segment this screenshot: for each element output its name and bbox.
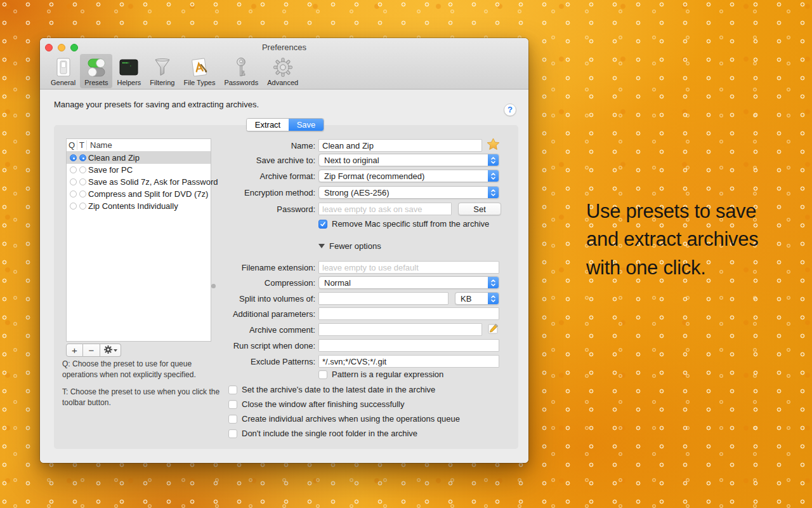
option-row: Create individual archives when using th…	[228, 414, 460, 424]
run-script-label: Run script when done:	[40, 341, 315, 351]
password-row: Password: Set	[40, 203, 501, 215]
popup-arrows-icon	[488, 293, 499, 304]
name-row: Name:	[40, 138, 500, 153]
toolbar-label: Passwords	[224, 79, 258, 86]
remove-mac-checkbox[interactable]	[318, 220, 327, 229]
save-to-row: Save archive to: Next to original	[40, 154, 499, 166]
option-label: Don't include the single root folder in …	[242, 429, 417, 438]
name-label: Name:	[40, 141, 315, 150]
favorite-star-icon[interactable]	[487, 138, 500, 153]
title-bar[interactable]: Preferences	[40, 38, 528, 56]
save-to-popup[interactable]: Next to original	[318, 154, 499, 166]
option-label: Set the archive's date to the latest dat…	[242, 385, 435, 394]
split-row: Split into volumes of: KB	[40, 292, 499, 305]
key-icon	[235, 57, 247, 77]
pattern-regex-label: Pattern is a regular expression	[332, 370, 443, 379]
archive-date-checkbox[interactable]	[228, 385, 237, 394]
popup-arrows-icon	[488, 277, 499, 288]
toolbar-item-passwords[interactable]: Passwords	[219, 54, 263, 88]
option-row: Close the window after finishing success…	[228, 399, 405, 409]
toolbar-item-presets[interactable]: Presets	[80, 54, 112, 88]
save-to-label: Save archive to:	[40, 156, 315, 165]
tab-save[interactable]: Save	[289, 119, 324, 131]
pane-description: Manage your presets for saving and extra…	[54, 100, 259, 109]
toolbar-item-helpers[interactable]: Helpers	[112, 54, 145, 88]
format-value: Zip Format (recommended)	[319, 171, 488, 181]
compression-row: Compression: Normal	[40, 276, 499, 289]
preferences-content: Manage your presets for saving and extra…	[40, 90, 528, 463]
toolbar-item-advanced[interactable]: Advanced	[263, 54, 303, 88]
encryption-label: Encryption method:	[40, 188, 315, 197]
fewer-options-label: Fewer options	[329, 241, 381, 251]
extract-save-segmented-control: Extract Save	[246, 118, 324, 131]
toolbar-label: File Types	[183, 79, 215, 86]
split-size-input[interactable]	[318, 292, 449, 305]
encryption-value: Strong (AES-256)	[319, 188, 488, 197]
split-label: Split into volumes of:	[40, 294, 315, 304]
remove-mac-row: Remove Mac specific stuff from the archi…	[318, 219, 489, 229]
toolbar-item-filtering[interactable]: Filtering	[145, 54, 179, 88]
option-label: Create individual archives when using th…	[242, 414, 460, 424]
preferences-toolbar: General Presets	[46, 54, 303, 88]
comment-row: Archive comment:	[40, 323, 500, 336]
format-label: Archive format:	[40, 171, 315, 181]
password-input[interactable]	[318, 203, 452, 215]
exclude-patterns-input[interactable]	[318, 355, 499, 368]
fewer-options-disclosure[interactable]: Fewer options	[318, 241, 381, 251]
password-label: Password:	[40, 204, 315, 214]
run-script-input[interactable]	[318, 339, 499, 352]
tab-extract[interactable]: Extract	[247, 119, 289, 131]
toolbar-label: General	[51, 79, 75, 86]
popup-arrows-icon	[488, 187, 499, 198]
document-a-icon	[190, 57, 209, 77]
preset-name-input[interactable]	[318, 139, 482, 152]
encryption-row: Encryption method: Strong (AES-256)	[40, 186, 499, 199]
pattern-regex-checkbox[interactable]	[318, 370, 327, 379]
light-switch-icon	[53, 57, 74, 77]
compression-value: Normal	[319, 278, 488, 288]
option-row: Set the archive's date to the latest dat…	[228, 385, 435, 394]
close-window-checkbox[interactable]	[228, 400, 237, 409]
split-unit-value: KB	[455, 294, 488, 304]
marketing-caption: Use presets to save and extract archives…	[586, 197, 776, 282]
terminal-icon	[119, 57, 139, 77]
help-button[interactable]: ?	[504, 104, 516, 116]
compression-popup[interactable]: Normal	[318, 276, 499, 289]
edit-comment-button[interactable]	[487, 323, 500, 336]
window-chrome: Preferences General	[40, 38, 528, 90]
preferences-window: Preferences General	[40, 38, 528, 463]
remove-mac-label: Remove Mac specific stuff from the archi…	[332, 219, 489, 229]
popup-arrows-icon	[488, 170, 499, 182]
save-to-value: Next to original	[319, 156, 488, 165]
set-password-button[interactable]: Set	[458, 203, 501, 215]
encryption-popup[interactable]: Strong (AES-256)	[318, 186, 499, 199]
filename-ext-input[interactable]	[318, 261, 499, 274]
exclude-label: Exclude Patterns:	[40, 357, 315, 366]
popup-arrows-icon	[488, 154, 499, 166]
individual-archives-checkbox[interactable]	[228, 415, 237, 424]
window-title: Preferences	[40, 43, 528, 52]
additional-params-row: Additional parameters:	[40, 307, 499, 320]
toolbar-label: Presets	[84, 79, 108, 86]
option-label: Close the window after finishing success…	[242, 399, 405, 409]
compression-label: Compression:	[40, 278, 315, 288]
disclosure-triangle-icon	[318, 244, 325, 248]
toolbar-item-file-types[interactable]: File Types	[179, 54, 219, 88]
funnel-icon	[153, 57, 172, 77]
toggle-switches-icon	[86, 57, 107, 77]
comment-input[interactable]	[318, 323, 482, 336]
toolbar-label: Advanced	[267, 79, 298, 86]
additional-params-label: Additional parameters:	[40, 309, 315, 319]
single-root-folder-checkbox[interactable]	[228, 429, 237, 438]
pattern-regex-row: Pattern is a regular expression	[318, 370, 443, 379]
filename-ext-label: Filename extension:	[40, 263, 315, 272]
toolbar-note: T: Choose the preset to use when you cli…	[62, 387, 226, 409]
toolbar-label: Filtering	[150, 79, 174, 86]
run-script-row: Run script when done:	[40, 339, 499, 352]
toolbar-item-general[interactable]: General	[46, 54, 80, 88]
split-unit-popup[interactable]: KB	[455, 292, 499, 305]
pencil-icon	[487, 323, 499, 337]
additional-params-input[interactable]	[318, 307, 499, 320]
format-popup[interactable]: Zip Format (recommended)	[318, 170, 499, 182]
filename-ext-row: Filename extension:	[40, 261, 499, 274]
